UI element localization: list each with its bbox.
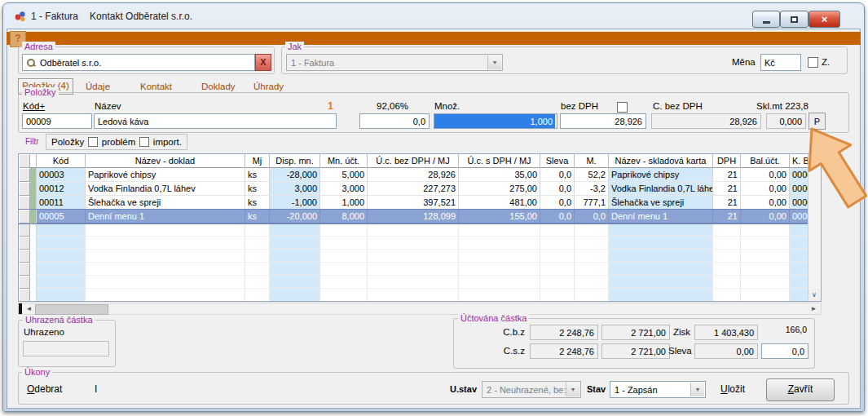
row-selector: [19, 289, 30, 301]
table-row[interactable]: 00012Vodka Finlandia 0,7L láhevks3,0003,…: [19, 182, 809, 196]
table-row[interactable]: 00011Šlehačka ve sprejiks-1,0001,000397,…: [19, 196, 809, 210]
kod-input[interactable]: 00009: [22, 113, 92, 129]
uctovana-group-label: Účtována částka: [458, 313, 529, 323]
scroll-left-icon[interactable]: ◄: [23, 303, 35, 314]
scroll-down-icon[interactable]: ∨: [809, 289, 820, 301]
pointer-arrow-annotation: [789, 119, 868, 215]
table-cell: [713, 237, 741, 250]
clear-address-button[interactable]: X: [255, 54, 271, 71]
table-cell: 0,00: [741, 210, 790, 223]
stav-value: 1 - Zapsán: [615, 385, 658, 395]
cbezdph-label: C. bez DPH: [653, 101, 703, 111]
table-cell: [741, 289, 790, 301]
uhrazeno-field: [23, 341, 109, 356]
stav-combo[interactable]: 1 - Zapsán ▾: [610, 381, 706, 398]
table-cell: 00003: [37, 168, 86, 182]
table-cell: 128,099: [368, 210, 459, 223]
row-selector[interactable]: [19, 210, 30, 223]
table-cell: [245, 223, 270, 237]
table-cell: [459, 289, 540, 301]
mnoz-input[interactable]: 1,000: [434, 113, 557, 129]
table-cell: 0,0: [540, 168, 575, 182]
problem-checkbox[interactable]: [88, 137, 98, 147]
close-icon: ×: [822, 13, 828, 25]
minimize-icon: [763, 21, 770, 24]
skl-label: Skl.mt 223,8: [756, 101, 809, 111]
table-cell: 275,00: [459, 182, 540, 196]
horizontal-scrollbar[interactable]: ◄ ►: [18, 303, 822, 315]
column-header[interactable]: Disp. mn.: [270, 154, 320, 168]
table-cell: [713, 289, 741, 301]
column-header[interactable]: Název - skladová karta: [609, 154, 713, 168]
title-bar[interactable]: 1 - FakturaKontakt Odběratel s.r.o. ×: [3, 3, 864, 29]
ustav-label: U.stav: [450, 384, 477, 394]
nazev-input[interactable]: Ledová káva: [94, 113, 337, 129]
ulozit-button[interactable]: Uložit: [720, 383, 745, 395]
column-header[interactable]: Mj: [245, 154, 270, 168]
minimize-button[interactable]: [752, 11, 780, 28]
row-selector: [19, 223, 30, 237]
table-cell: [270, 263, 320, 276]
column-header[interactable]: Mn. účt.: [320, 154, 368, 168]
bezdph-input[interactable]: 28,926: [560, 113, 646, 129]
zavrit-button[interactable]: Zavřít: [766, 378, 835, 401]
row-indicator: [30, 210, 37, 223]
filtr-box: Položky problém import.: [46, 134, 187, 150]
table-cell: [790, 263, 809, 276]
table-cell: [368, 250, 459, 263]
table-cell: [713, 250, 741, 263]
currency-input[interactable]: Kč: [760, 54, 801, 71]
sleva-input[interactable]: 0,0: [761, 343, 809, 359]
stav-label: Stav: [587, 384, 606, 394]
import-checkbox[interactable]: [139, 137, 149, 147]
table-cell: [320, 263, 368, 276]
splitter-handle[interactable]: [19, 303, 22, 314]
column-header[interactable]: Sleva: [540, 154, 575, 168]
table-cell: [245, 276, 270, 289]
table-row[interactable]: 00005Denní menu 1ks-20,0008,000128,09915…: [19, 210, 809, 223]
table-cell: Šlehačka ve spreji: [86, 196, 245, 210]
cbezdph-field: 28,926: [651, 113, 761, 129]
tab-kontakt[interactable]: Kontakt: [140, 82, 172, 91]
empty-row: [19, 237, 809, 250]
table-cell: 35,00: [459, 168, 540, 182]
table-cell: [86, 250, 245, 263]
row-selector[interactable]: [19, 168, 30, 182]
odebrat-button[interactable]: Odebrat: [27, 383, 62, 395]
table-cell: [86, 263, 245, 276]
close-button[interactable]: ×: [809, 11, 840, 28]
percent-input[interactable]: 0,0: [359, 113, 430, 129]
sleva-label: Sleva: [668, 346, 692, 356]
document-type-combo[interactable]: 1 - Faktura ▾: [286, 54, 503, 71]
tab-udaje[interactable]: Údaje: [86, 82, 110, 91]
mena-label: Měna: [732, 57, 756, 67]
tab-doklady[interactable]: Doklady: [201, 82, 236, 91]
table-cell: [320, 223, 368, 237]
row-selector[interactable]: [19, 196, 30, 210]
adresa-input[interactable]: Odběratel s.r.o.: [22, 54, 255, 71]
scrollbar-thumb[interactable]: [35, 304, 108, 315]
table-cell: [270, 223, 320, 237]
row-selector[interactable]: [19, 182, 30, 196]
table-cell: [245, 237, 270, 250]
table-cell: [790, 276, 809, 289]
bezdph-checkbox[interactable]: [617, 102, 628, 113]
z-checkbox[interactable]: [808, 57, 818, 68]
column-header[interactable]: M.: [575, 154, 609, 168]
maximize-button[interactable]: [780, 11, 809, 28]
column-header[interactable]: Ú.c. bez DPH / MJ: [368, 154, 459, 168]
items-table: KódNázev - dokladMjDisp. mn.Mn. účt.Ú.c.…: [18, 153, 822, 302]
tab-uhrady[interactable]: Úhrady: [253, 82, 284, 91]
column-header[interactable]: Kód: [37, 154, 86, 168]
column-header[interactable]: Název - doklad: [86, 154, 245, 168]
table-cell: [540, 250, 575, 263]
kod-label: Kód+: [23, 101, 45, 111]
table-cell: [459, 250, 540, 263]
scroll-right-icon[interactable]: ►: [808, 303, 820, 314]
maximize-icon: [791, 16, 798, 23]
table-row[interactable]: 00003Paprikové chipsyks-28,0005,00028,92…: [19, 168, 809, 182]
ustav-combo[interactable]: 2 - Neuhrazené, be: ▾: [482, 381, 581, 398]
column-header[interactable]: Bal.účt.: [741, 154, 790, 168]
column-header[interactable]: DPH: [713, 154, 741, 168]
column-header[interactable]: Ú.c. s DPH / MJ: [459, 154, 540, 168]
